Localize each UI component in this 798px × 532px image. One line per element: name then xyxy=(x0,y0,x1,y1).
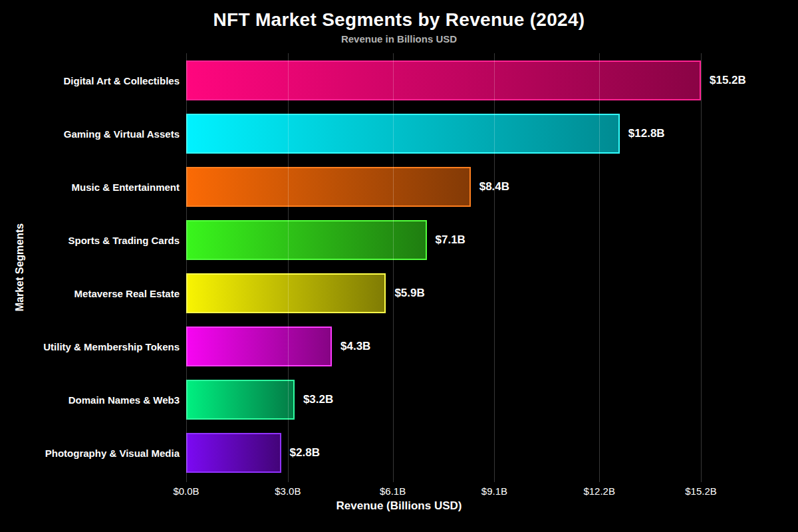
category-label: Sports & Trading Cards xyxy=(0,220,180,260)
category-label: Metaverse Real Estate xyxy=(0,273,180,313)
category-label: Digital Art & Collectibles xyxy=(0,61,180,100)
x-tick-label: $9.1B xyxy=(481,485,507,497)
category-label: Gaming & Virtual Assets xyxy=(0,114,180,154)
bar xyxy=(186,220,427,260)
category-labels: Digital Art & CollectiblesGaming & Virtu… xyxy=(0,53,180,482)
x-tick-label: $12.2B xyxy=(583,485,615,497)
bar-value-label: $2.8B xyxy=(290,433,320,473)
bar-value-label: $5.9B xyxy=(394,273,424,313)
bar xyxy=(186,114,620,154)
bar xyxy=(186,380,295,420)
bar-value-label: $15.2B xyxy=(710,61,746,100)
bar-value-label: $8.4B xyxy=(479,167,509,207)
bar-value-label: $3.2B xyxy=(303,380,333,420)
x-axis-label: Revenue (Billions USD) xyxy=(0,499,798,513)
chart-subtitle: Revenue in Billions USD xyxy=(0,33,798,45)
category-label: Utility & Membership Tokens xyxy=(0,327,180,366)
bars-layer: $15.2B$12.8B$8.4B$7.1B$5.9B$4.3B$3.2B$2.… xyxy=(186,53,702,482)
bar xyxy=(186,327,332,366)
category-label: Music & Entertainment xyxy=(0,167,180,207)
bar-value-label: $12.8B xyxy=(628,114,665,154)
chart-title: NFT Market Segments by Revenue (2024) xyxy=(0,9,798,31)
x-tick-label: $15.2B xyxy=(685,485,717,497)
bar xyxy=(186,433,281,473)
bar xyxy=(186,167,471,207)
bar-chart-figure: NFT Market Segments by Revenue (2024) Re… xyxy=(0,0,798,532)
bar xyxy=(186,61,701,100)
bar xyxy=(186,273,386,313)
plot-area: $15.2B$12.8B$8.4B$7.1B$5.9B$4.3B$3.2B$2.… xyxy=(186,53,702,482)
x-tick-label: $0.0B xyxy=(173,485,199,497)
bar-value-label: $7.1B xyxy=(436,220,466,260)
x-tick-label: $3.0B xyxy=(275,485,301,497)
bar-value-label: $4.3B xyxy=(340,327,370,366)
category-label: Domain Names & Web3 xyxy=(0,380,180,420)
x-tick-label: $6.1B xyxy=(380,485,406,497)
category-label: Photography & Visual Media xyxy=(0,433,180,473)
